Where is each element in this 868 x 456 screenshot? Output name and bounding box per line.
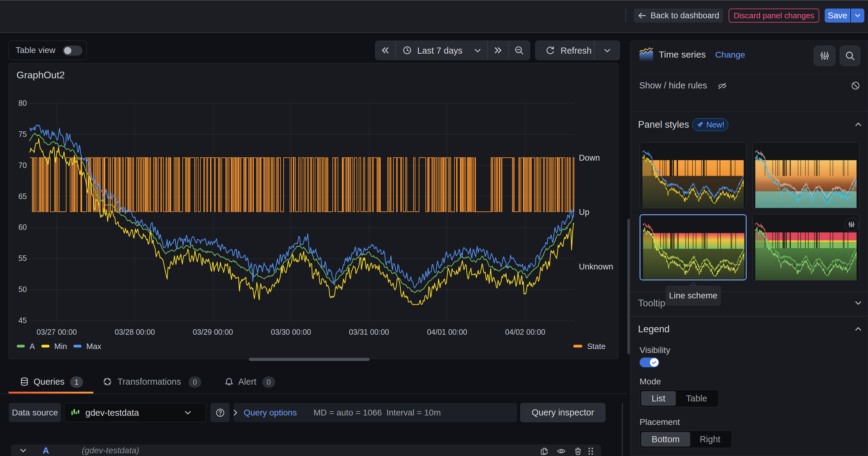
svg-text:03/27 00:00: 03/27 00:00 <box>37 328 77 336</box>
svg-text:03/28 00:00: 03/28 00:00 <box>115 328 155 336</box>
svg-text:Up: Up <box>579 207 590 217</box>
svg-text:60: 60 <box>18 223 27 231</box>
svg-text:55: 55 <box>18 254 27 262</box>
svg-text:45: 45 <box>18 316 27 325</box>
svg-text:03/29 00:00: 03/29 00:00 <box>193 328 233 336</box>
svg-text:03/30 00:00: 03/30 00:00 <box>271 328 311 336</box>
svg-text:04/01 00:00: 04/01 00:00 <box>427 328 467 336</box>
svg-text:80: 80 <box>18 99 27 107</box>
svg-text:Down: Down <box>579 153 600 162</box>
svg-text:04/02 00:00: 04/02 00:00 <box>505 328 545 336</box>
svg-text:Unknown: Unknown <box>579 262 613 271</box>
svg-text:70: 70 <box>18 161 27 169</box>
svg-text:50: 50 <box>18 285 27 294</box>
svg-text:65: 65 <box>18 192 27 201</box>
svg-text:75: 75 <box>18 130 27 138</box>
svg-text:03/31 00:00: 03/31 00:00 <box>349 328 389 336</box>
